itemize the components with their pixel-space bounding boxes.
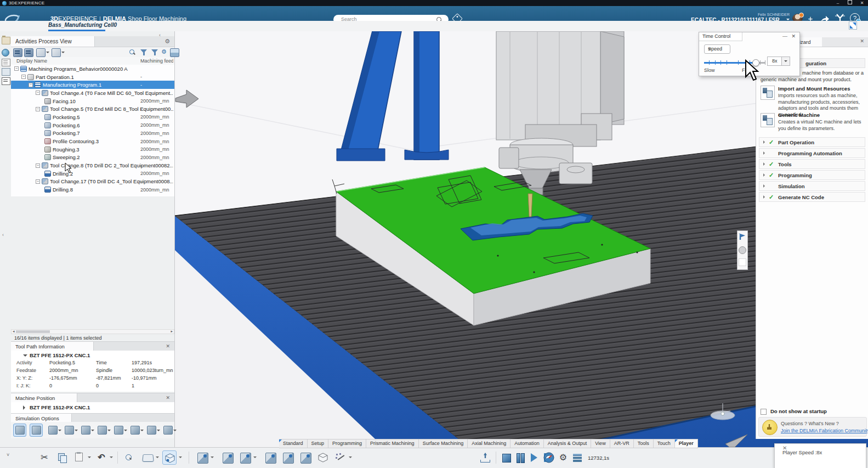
- expand-triangle-icon[interactable]: [23, 405, 27, 410]
- wizard-section-bar[interactable]: ✓ Part Operation: [759, 137, 865, 147]
- simulation-option-button[interactable]: [46, 424, 59, 437]
- tab-simulation-options[interactable]: Simulation Options: [11, 414, 72, 422]
- tree-expand-icon[interactable]: [36, 163, 40, 168]
- person-doc-icon[interactable]: [2, 59, 10, 66]
- copy-button[interactable]: [55, 450, 69, 465]
- tree-row[interactable]: Tool Change.8 (T0 Drill DC 2_Tool Equipm…: [11, 161, 174, 170]
- wizard-section-bar[interactable]: Simulation: [759, 181, 865, 191]
- filter-icon[interactable]: [151, 49, 158, 53]
- option-caret[interactable]: [157, 430, 160, 433]
- wizard-section-bar[interactable]: Programming Automation: [759, 148, 865, 158]
- tree-expand-icon[interactable]: [36, 107, 40, 111]
- speed-value-dropdown[interactable]: [781, 57, 790, 66]
- view-cube-caret[interactable]: [179, 456, 182, 460]
- tree-horizontal-scrollbar[interactable]: ◂ ▸: [11, 329, 174, 334]
- tree-item-label[interactable]: Tool Change.5 (T0 End Mill DC 8_Tool Equ…: [50, 106, 173, 112]
- tree-item-label[interactable]: Profile Contouring.3: [53, 138, 99, 144]
- undo-button[interactable]: ↶: [94, 450, 109, 465]
- magic-wand-caret[interactable]: [349, 456, 352, 460]
- scroll-right-arrow[interactable]: ▸: [171, 329, 173, 334]
- workbench-tab[interactable]: Touch: [654, 439, 675, 448]
- option-caret[interactable]: [58, 430, 61, 433]
- zoom-button[interactable]: [122, 450, 136, 465]
- filter-edit-icon[interactable]: [140, 49, 147, 53]
- tree-item-label[interactable]: Manufacturing Program.1: [43, 82, 101, 88]
- fullscreen-toggle-icon[interactable]: [849, 21, 857, 30]
- workbench-tab[interactable]: Tools: [634, 439, 654, 448]
- simulation-option-button[interactable]: [112, 424, 125, 437]
- tree-row[interactable]: Manufacturing Program.1 -: [11, 81, 174, 89]
- tree-expand-icon[interactable]: [14, 66, 19, 71]
- simulation-option-button[interactable]: [95, 424, 109, 437]
- generic-machine-title[interactable]: Generic Machine: [778, 112, 820, 118]
- scroll-left-arrow[interactable]: ◂: [13, 329, 15, 334]
- workbench-tab[interactable]: Standard: [279, 439, 308, 448]
- tree-row[interactable]: Tool Change.5 (T0 End Mill DC 8_Tool Equ…: [11, 105, 174, 113]
- catalog-caret[interactable]: [156, 456, 159, 460]
- workbench-tab[interactable]: Automation: [510, 439, 544, 448]
- folder-icon[interactable]: [2, 37, 10, 44]
- step-forward-button[interactable]: [527, 450, 542, 465]
- tree-item-label[interactable]: Drilling.8: [53, 187, 73, 193]
- new-tab-button[interactable]: +: [110, 22, 113, 29]
- tree-row[interactable]: Pocketing.7 2000mm_mn: [11, 129, 174, 138]
- stock-cube-button[interactable]: [316, 450, 330, 465]
- workbench-tab[interactable]: Programming: [328, 439, 366, 448]
- tree-item-label[interactable]: Part Operation.1: [36, 74, 74, 80]
- wizard-section-bar[interactable]: ✓ Programming: [759, 170, 865, 180]
- layers-caret[interactable]: [46, 52, 49, 55]
- tree-expand-icon[interactable]: [21, 75, 26, 79]
- tab-bass-manufacturing-cell[interactable]: Bass_Manufacturing Cell0: [48, 22, 117, 28]
- toolbar-chevron-icon[interactable]: ˅: [7, 452, 9, 458]
- export-video-button[interactable]: [478, 450, 492, 465]
- tree-item-label[interactable]: Machining Programs_Behavior00000020 A: [29, 66, 128, 72]
- tree-expand-icon[interactable]: [29, 83, 33, 87]
- tree-row[interactable]: Tool Change.17 (T0 Drill DC 4_Tool Equip…: [11, 178, 174, 186]
- tree-item-label[interactable]: Sweeping.2: [53, 154, 80, 160]
- option-caret[interactable]: [140, 430, 144, 433]
- panel-gear-icon[interactable]: ⚙: [164, 38, 170, 44]
- tree-item-label[interactable]: Facing.10: [53, 98, 76, 104]
- tree-expand-icon[interactable]: [36, 179, 40, 184]
- paint-icon[interactable]: [2, 49, 9, 57]
- tool-setup-button[interactable]: [263, 450, 277, 465]
- layers-icon[interactable]: [36, 48, 46, 57]
- collapse-triangle-icon[interactable]: [23, 354, 27, 359]
- tree-expand-icon[interactable]: [36, 91, 40, 95]
- import-mount-resources-title[interactable]: Import and Mount Resources: [778, 86, 850, 92]
- simulation-option-button[interactable]: [128, 424, 141, 437]
- pause-button[interactable]: [513, 450, 527, 465]
- simulation-option-button[interactable]: [30, 424, 43, 437]
- wizard-close-icon[interactable]: ✕: [860, 38, 864, 44]
- community-link[interactable]: Join the DELMIA Fabrication Community: [781, 428, 868, 433]
- simulate-machine-caret[interactable]: [211, 456, 214, 460]
- workbench-tab[interactable]: Surface Machining: [419, 439, 468, 448]
- magic-wand-button[interactable]: [333, 450, 348, 465]
- box-label-icon[interactable]: [2, 68, 10, 76]
- blank-tool-button[interactable]: [739, 258, 746, 266]
- time-control-title[interactable]: Time Control: [699, 32, 742, 41]
- tree-item-label[interactable]: Pocketing.7: [53, 130, 80, 136]
- option-caret[interactable]: [91, 430, 94, 433]
- view-cube-button[interactable]: [162, 450, 177, 465]
- cut-button[interactable]: ✂: [37, 450, 52, 465]
- wizard-section-bar[interactable]: ✓ Tools: [759, 159, 865, 169]
- tab-tool-path-information[interactable]: Tool Path Information: [11, 342, 94, 351]
- note-list-icon[interactable]: [2, 77, 10, 85]
- table-view-icon[interactable]: [170, 48, 179, 57]
- workbench-tab[interactable]: Axial Machining: [468, 439, 510, 448]
- tab-activities-process-view[interactable]: Activities Process View: [11, 36, 95, 47]
- tree-row[interactable]: Machining Programs_Behavior00000020 A: [11, 65, 174, 73]
- section-caret-icon[interactable]: [763, 173, 767, 177]
- list-reorder-icon[interactable]: [24, 48, 33, 57]
- tree-row[interactable]: Drilling.2 2000mm_mn: [11, 170, 174, 178]
- workbench-tab[interactable]: Player: [675, 439, 698, 448]
- tree-row[interactable]: Profile Contouring.3 2000mm_mn: [11, 137, 174, 145]
- scrollbar-thumb[interactable]: [16, 330, 50, 333]
- import-mount-resources-icon[interactable]: [761, 86, 775, 100]
- simulation-option-button[interactable]: [79, 424, 92, 437]
- section-caret-icon[interactable]: [763, 184, 767, 188]
- dock-collapse-arrow[interactable]: ‹: [2, 232, 4, 238]
- swap-resources-button[interactable]: [281, 450, 295, 465]
- home-share-caret[interactable]: [61, 52, 65, 55]
